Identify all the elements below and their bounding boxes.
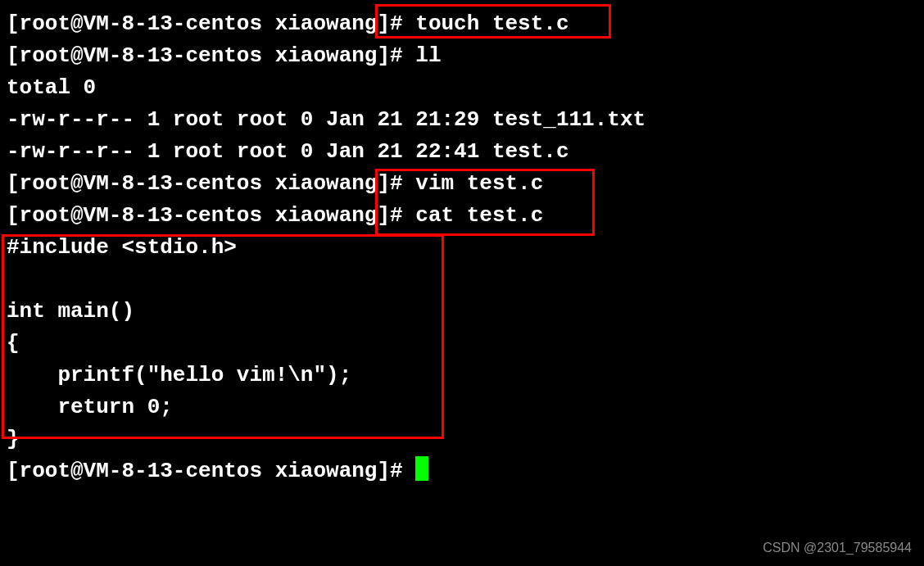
terminal-line-7: [root@VM-8-13-centos xiaowang]# cat test…: [7, 200, 917, 232]
cursor-icon: [415, 456, 428, 481]
prompt: [root@VM-8-13-centos xiaowang]#: [7, 459, 415, 483]
ll-output-total: total 0: [7, 72, 917, 104]
cat-output-open-brace: {: [7, 328, 917, 360]
command-ll: ll: [415, 43, 441, 68]
cat-output-close-brace: }: [7, 423, 917, 455]
terminal-line-2: [root@VM-8-13-centos xiaowang]# ll: [7, 40, 917, 72]
terminal-line-1: [root@VM-8-13-centos xiaowang]# touch te…: [7, 8, 917, 40]
cat-output-blank: [7, 264, 917, 296]
terminal-line-prompt-cursor[interactable]: [root@VM-8-13-centos xiaowang]#: [7, 455, 917, 487]
prompt: [root@VM-8-13-centos xiaowang]#: [7, 203, 415, 228]
ll-output-file-1: -rw-r--r-- 1 root root 0 Jan 21 21:29 te…: [7, 104, 917, 136]
prompt: [root@VM-8-13-centos xiaowang]#: [7, 171, 415, 196]
prompt: [root@VM-8-13-centos xiaowang]#: [7, 43, 415, 68]
command-touch: touch test.c: [415, 11, 568, 36]
command-vim: vim test.c: [415, 171, 543, 196]
cat-output-printf: printf("hello vim!\n");: [7, 360, 917, 392]
ll-output-file-2: -rw-r--r-- 1 root root 0 Jan 21 22:41 te…: [7, 136, 917, 168]
command-cat: cat test.c: [415, 203, 543, 228]
watermark-text: CSDN @2301_79585944: [763, 538, 912, 558]
prompt: [root@VM-8-13-centos xiaowang]#: [7, 11, 415, 36]
cat-output-return: return 0;: [7, 392, 917, 423]
cat-output-include: #include <stdio.h>: [7, 232, 917, 264]
cat-output-main: int main(): [7, 296, 917, 328]
terminal-line-6: [root@VM-8-13-centos xiaowang]# vim test…: [7, 168, 917, 200]
